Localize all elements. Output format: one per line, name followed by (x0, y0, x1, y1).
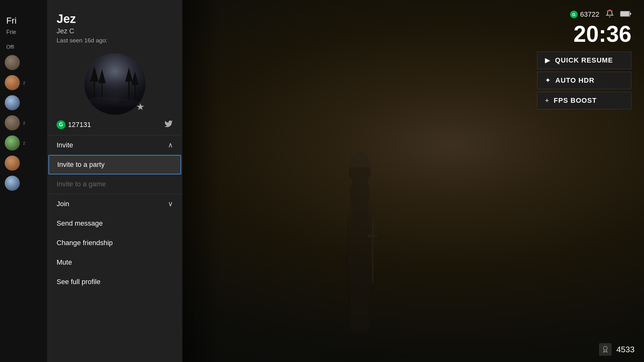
svg-point-19 (603, 346, 607, 350)
chevron-down-icon: ∨ (168, 200, 173, 208)
list-item[interactable] (0, 52, 52, 73)
list-item[interactable]: 2 (0, 113, 52, 133)
avatar (5, 115, 20, 130)
chevron-up-icon: ∧ (168, 141, 173, 149)
svg-rect-9 (135, 83, 136, 101)
svg-point-20 (313, 349, 407, 362)
list-item[interactable]: 2 (0, 133, 52, 153)
battery-icon (620, 10, 631, 19)
svg-rect-17 (621, 12, 629, 16)
send-message-button[interactable]: Send message (47, 214, 182, 233)
svg-rect-5 (102, 82, 103, 102)
svg-rect-2 (94, 79, 95, 101)
menu-section: Invite ∧ Invite to a party Invite to a g… (47, 135, 182, 362)
see-full-profile-button[interactable]: See full profile (47, 272, 182, 292)
status-bar: G 63722 (570, 9, 631, 19)
auto-hdr-label: AUTO HDR (555, 76, 595, 85)
profile-panel: Jez Jez C Last seen 16d ago: (47, 0, 182, 362)
sidebar-subtitle: Frie (0, 29, 52, 42)
svg-point-13 (87, 97, 119, 104)
quick-resume-button[interactable]: ▶ QUICK RESUME (537, 52, 631, 69)
avatar (5, 75, 20, 90)
sidebar: Fri Frie Offl 2 2 2 (0, 0, 52, 362)
list-item[interactable]: 2 (0, 73, 52, 93)
svg-point-14 (111, 99, 139, 105)
avatar (5, 95, 20, 110)
list-item[interactable] (0, 173, 52, 193)
profile-header: Jez Jez C Last seen 16d ago: (47, 0, 182, 50)
svg-rect-7 (128, 80, 130, 101)
avatar (5, 135, 20, 151)
invite-section-label: Invite (57, 141, 73, 149)
svg-rect-23 (368, 235, 377, 237)
profile-stats: G 127131 (47, 118, 182, 135)
g-icon: G (570, 11, 578, 18)
favorite-star-icon[interactable]: ★ (136, 101, 145, 112)
play-icon: ▶ (545, 56, 550, 64)
invite-section-header[interactable]: Invite ∧ (47, 135, 182, 155)
quick-resume-label: QUICK RESUME (555, 56, 613, 64)
profile-name: Jez (57, 13, 173, 26)
gamerscore-value: 127131 (68, 121, 91, 129)
clock-display: 20:36 (574, 23, 631, 45)
join-section-label: Join (57, 200, 69, 208)
top-right-ui: G 63722 20:36 ▶ QUICK RESUME ✦ AUTO HD (537, 9, 631, 109)
gamerscore-icon: G (57, 120, 65, 129)
hdr-icon: ✦ (545, 76, 551, 85)
fps-boost-button[interactable]: + FPS BOOST (537, 92, 631, 109)
quick-menu: ▶ QUICK RESUME ✦ AUTO HDR + FPS BOOST (537, 52, 631, 109)
notifications-icon[interactable] (606, 9, 614, 19)
list-item[interactable] (0, 153, 52, 173)
svg-point-11 (86, 101, 143, 115)
twitter-icon[interactable] (164, 119, 173, 130)
bottom-right-ui: 4533 (599, 343, 635, 356)
achievement-icon (599, 343, 612, 356)
gamerscore-number: 63722 (580, 10, 599, 19)
sidebar-title: Fri (0, 16, 52, 29)
avatar (5, 55, 20, 70)
achievement-score: 4533 (616, 345, 635, 354)
auto-hdr-button[interactable]: ✦ AUTO HDR (537, 72, 631, 89)
mute-button[interactable]: Mute (47, 253, 182, 272)
character-silhouette (297, 142, 423, 362)
avatar (5, 176, 20, 191)
user-gamerscore: G 63722 (570, 10, 599, 19)
change-friendship-button[interactable]: Change friendship (47, 233, 182, 253)
avatar (5, 156, 20, 171)
plus-icon: + (545, 96, 549, 105)
offline-label: Offl (0, 42, 52, 52)
invite-to-party-button[interactable]: Invite to a party (48, 155, 181, 174)
profile-avatar-container: ★ (47, 50, 182, 118)
svg-rect-18 (630, 13, 631, 15)
invite-to-game-button[interactable]: Invite to a game (47, 174, 182, 194)
fps-boost-label: FPS BOOST (554, 96, 597, 105)
profile-gamertag: Jez C (57, 27, 173, 35)
gamerscore-display: G 127131 (57, 120, 91, 129)
profile-lastseen: Last seen 16d ago: (57, 37, 173, 44)
list-item[interactable] (0, 93, 52, 113)
svg-rect-22 (372, 221, 374, 283)
join-section-header[interactable]: Join ∨ (47, 194, 182, 214)
